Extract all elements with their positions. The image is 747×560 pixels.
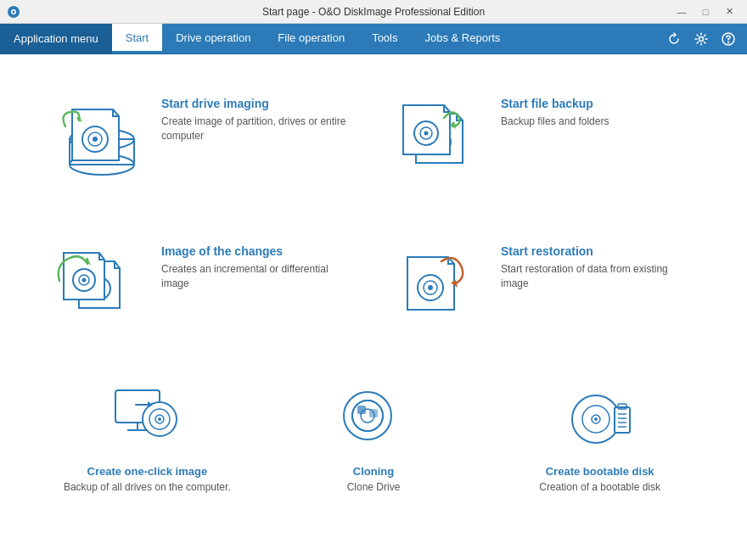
cloning-icon	[335, 384, 412, 455]
card-cloning[interactable]: Cloning Clone Drive	[261, 367, 487, 510]
close-button[interactable]: ✕	[718, 3, 740, 20]
tab-file-operation[interactable]: File operation	[264, 24, 358, 53]
app-menu-button[interactable]: Application menu	[0, 24, 112, 53]
title-bar: Start page - O&O DiskImage Professional …	[0, 0, 747, 24]
card-drive-imaging-text: Start drive imaging Create image of part…	[161, 97, 357, 143]
tab-drive-operation[interactable]: Drive operation	[162, 24, 264, 53]
menu-bar: Application menu Start Drive operation F…	[0, 24, 747, 54]
maximize-button[interactable]: □	[694, 3, 716, 20]
card-restoration-text: Start restoration Start restoration of d…	[501, 244, 696, 291]
card-incremental-desc: Creates an incremental or differential i…	[161, 262, 357, 291]
oneclick-icon	[109, 384, 185, 455]
tab-tools[interactable]: Tools	[358, 24, 411, 53]
settings-button[interactable]	[689, 27, 713, 51]
bootable-icon	[562, 384, 638, 455]
app-icon	[7, 5, 20, 19]
card-cloning-desc: Clone Drive	[347, 481, 401, 493]
window-title: Start page - O&O DiskImage Professional …	[0, 6, 747, 18]
card-file-backup-desc: Backup files and folders	[501, 115, 609, 129]
card-bootable-desc: Creation of a bootable disk	[539, 481, 660, 493]
svg-point-25	[82, 278, 87, 283]
incremental-icon	[51, 244, 144, 333]
card-file-backup-title: Start file backup	[501, 97, 609, 110]
card-oneclick[interactable]: Create one-click image Backup of all dri…	[34, 367, 261, 510]
card-restoration[interactable]: Start restoration Start restoration of d…	[374, 219, 713, 358]
card-oneclick-desc: Backup of all drives on the computer.	[64, 481, 231, 493]
restoration-icon	[390, 244, 484, 333]
card-incremental-title: Image of the changes	[161, 244, 357, 258]
svg-point-29	[428, 285, 433, 290]
card-file-backup[interactable]: Start file backup Backup files and folde…	[374, 71, 713, 210]
svg-point-18	[424, 132, 429, 136]
card-cloning-title: Cloning	[353, 465, 394, 478]
svg-point-48	[594, 417, 598, 421]
card-drive-imaging-title: Start drive imaging	[161, 97, 357, 110]
card-bootable-title: Create bootable disk	[546, 465, 654, 478]
minimize-button[interactable]: —	[671, 3, 693, 20]
row3: Create one-click image Backup of all dri…	[34, 367, 713, 510]
card-restoration-desc: Start restoration of data from existing …	[501, 262, 696, 291]
card-oneclick-title: Create one-click image	[87, 465, 208, 478]
card-bootable[interactable]: Create bootable disk Creation of a boota…	[486, 367, 713, 510]
card-file-backup-text: Start file backup Backup files and folde…	[501, 97, 609, 129]
main-content: Start drive imaging Create image of part…	[0, 54, 747, 560]
tab-jobs-reports[interactable]: Jobs & Reports	[412, 24, 514, 53]
card-incremental[interactable]: Image of the changes Creates an incremen…	[34, 219, 374, 358]
tab-start[interactable]: Start	[112, 24, 162, 53]
svg-point-3	[699, 36, 704, 41]
help-button[interactable]	[716, 27, 740, 51]
svg-point-39	[344, 392, 391, 440]
svg-rect-43	[357, 406, 366, 414]
drive-imaging-icon	[51, 97, 144, 185]
svg-point-11	[93, 137, 98, 142]
svg-point-2	[13, 10, 15, 13]
svg-point-5	[728, 42, 729, 42]
refresh-button[interactable]	[662, 27, 686, 51]
card-drive-imaging[interactable]: Start drive imaging Create image of part…	[34, 71, 374, 210]
svg-rect-44	[369, 409, 378, 417]
row1: Start drive imaging Create image of part…	[34, 71, 713, 210]
file-backup-icon	[390, 97, 484, 185]
svg-rect-49	[615, 407, 630, 433]
card-incremental-text: Image of the changes Creates an incremen…	[161, 244, 357, 291]
svg-point-37	[158, 417, 161, 421]
card-drive-imaging-desc: Create image of partition, drives or ent…	[161, 115, 357, 143]
row2: Image of the changes Creates an incremen…	[34, 219, 713, 358]
card-restoration-title: Start restoration	[501, 244, 696, 258]
